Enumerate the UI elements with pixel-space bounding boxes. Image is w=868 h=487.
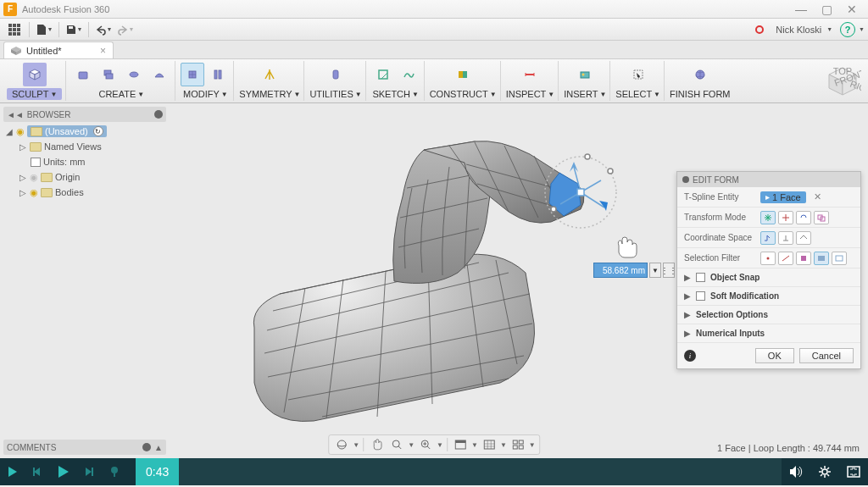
coord-view-icon[interactable] xyxy=(778,231,793,245)
coord-local-icon[interactable] xyxy=(796,231,811,245)
svg-rect-37 xyxy=(818,256,825,261)
ribbon-modify[interactable]: MODIFY▼ xyxy=(177,61,234,101)
dimension-options[interactable]: ⋮⋮ xyxy=(663,263,675,278)
view-cube[interactable]: FRONTRIGHTTOP xyxy=(824,63,861,100)
svg-rect-20 xyxy=(463,71,467,78)
svg-rect-53 xyxy=(848,467,860,477)
big-play-button[interactable] xyxy=(51,458,76,485)
record-button[interactable] xyxy=(749,21,770,38)
lightbulb-icon[interactable]: ◉ xyxy=(16,126,25,137)
ribbon-sketch[interactable]: SKETCH▼ xyxy=(368,61,425,101)
transform-multi-icon[interactable] xyxy=(760,211,776,224)
svg-rect-17 xyxy=(333,70,338,79)
ribbon-create[interactable]: CREATE▼ xyxy=(68,61,175,101)
status-text: 1 Face | Loop Length : 49.744 mm xyxy=(717,443,860,453)
checkbox[interactable] xyxy=(696,291,705,301)
svg-rect-12 xyxy=(106,74,113,79)
lightbulb-icon[interactable]: ◉ xyxy=(30,172,38,183)
undo-button[interactable]: ▼ xyxy=(93,21,114,38)
grid-display-icon[interactable] xyxy=(480,436,498,453)
svg-rect-0 xyxy=(8,24,12,27)
svg-rect-29 xyxy=(577,189,584,196)
svg-point-40 xyxy=(392,440,399,447)
filter-all-icon[interactable] xyxy=(832,252,847,265)
dimension-input[interactable] xyxy=(593,263,648,278)
user-menu[interactable]: Nick Kloski xyxy=(776,25,821,35)
progress-track[interactable] xyxy=(179,458,782,485)
display-style-icon[interactable] xyxy=(451,436,470,453)
save-button[interactable]: ▼ xyxy=(64,21,84,38)
zoom-icon[interactable] xyxy=(387,436,406,453)
ribbon-sculpt[interactable]: SCULPT▼ xyxy=(3,61,66,101)
object-snap-row[interactable]: ▶Object Snap xyxy=(677,268,860,287)
close-tab-icon[interactable]: × xyxy=(100,45,106,57)
entity-chip[interactable]: ▸ 1 Face xyxy=(760,191,806,203)
maximize-button[interactable]: ▢ xyxy=(814,0,839,19)
filter-face-icon[interactable] xyxy=(796,252,811,265)
checkbox[interactable] xyxy=(696,273,705,282)
marker-button[interactable] xyxy=(102,458,127,485)
svg-point-51 xyxy=(111,467,118,473)
fit-icon[interactable] xyxy=(416,436,435,453)
transform-rotate-icon[interactable] xyxy=(796,211,811,224)
redo-button[interactable]: ▼ xyxy=(115,21,136,38)
step-back-button[interactable] xyxy=(25,458,51,485)
filter-edge-icon[interactable] xyxy=(778,252,793,265)
pin-icon[interactable] xyxy=(154,110,163,119)
step-fwd-button[interactable] xyxy=(76,458,102,485)
settings-button[interactable] xyxy=(810,458,839,485)
filter-vertex-icon[interactable] xyxy=(760,252,776,265)
ribbon-inspect[interactable]: INSPECT▼ xyxy=(503,61,559,101)
document-tab[interactable]: Untitled* × xyxy=(3,42,114,58)
viewport-layout-icon[interactable] xyxy=(509,436,527,453)
grid-menu-button[interactable] xyxy=(4,21,25,38)
close-button[interactable]: ✕ xyxy=(839,0,865,19)
dimension-dropdown[interactable]: ▼ xyxy=(649,263,661,278)
selection-options-row[interactable]: ▶Selection Options xyxy=(677,306,860,324)
svg-point-13 xyxy=(130,72,138,77)
edit-form-header[interactable]: EDIT FORM xyxy=(677,172,860,187)
ribbon-insert[interactable]: INSERT▼ xyxy=(560,61,610,101)
new-file-button[interactable]: ▼ xyxy=(34,21,54,38)
ribbon-utilities[interactable]: UTILITIES▼ xyxy=(306,61,365,101)
clear-entity-icon[interactable]: ✕ xyxy=(814,191,821,202)
svg-rect-3 xyxy=(8,28,12,31)
pan-icon[interactable] xyxy=(367,436,386,453)
numerical-inputs-row[interactable]: ▶Numerical Inputs xyxy=(677,324,860,343)
coord-world-icon[interactable] xyxy=(760,231,776,245)
svg-rect-10 xyxy=(79,72,87,79)
svg-rect-48 xyxy=(519,445,523,449)
orbit-icon[interactable] xyxy=(332,436,351,453)
tree-item-named-views[interactable]: ▷ Named Views xyxy=(3,139,166,154)
ribbon-select[interactable]: SELECT▼ xyxy=(612,61,665,101)
ok-button[interactable]: OK xyxy=(755,348,794,363)
volume-button[interactable] xyxy=(782,458,810,485)
comments-panel[interactable]: COMMENTS ▲ xyxy=(3,440,166,455)
viewport[interactable]: ◄◄ BROWSER ◢ ◉ (Unsaved) ↻ ▷ Named Views xyxy=(0,103,868,458)
tree-item-bodies[interactable]: ▷ ◉ Bodies xyxy=(3,185,166,200)
ribbon-construct[interactable]: CONSTRUCT▼ xyxy=(426,61,501,101)
ribbon: SCULPT▼ CREATE▼ MODIFY▼ SYMMETRY▼ UTILIT… xyxy=(0,59,868,103)
info-icon[interactable]: i xyxy=(684,350,696,362)
svg-rect-46 xyxy=(519,440,523,444)
ribbon-symmetry[interactable]: SYMMETRY▼ xyxy=(236,61,304,101)
fullscreen-button[interactable] xyxy=(839,458,868,485)
tree-item-origin[interactable]: ▷ ◉ Origin xyxy=(3,169,166,185)
filter-body-icon[interactable] xyxy=(814,252,829,265)
ribbon-finish-form[interactable]: FINISH FORM xyxy=(666,61,734,101)
cancel-button[interactable]: Cancel xyxy=(799,348,854,363)
expand-icon[interactable]: ◢ xyxy=(5,127,14,136)
pin-icon[interactable] xyxy=(682,176,689,183)
pin-icon[interactable] xyxy=(142,443,151,451)
lightbulb-icon[interactable]: ◉ xyxy=(30,187,38,198)
restore-icon[interactable]: ↻ xyxy=(93,126,103,136)
svg-rect-6 xyxy=(8,32,12,36)
browser-header[interactable]: ◄◄ BROWSER xyxy=(3,107,166,122)
transform-move-icon[interactable] xyxy=(778,211,793,224)
minimize-button[interactable]: — xyxy=(788,0,814,19)
transform-scale-icon[interactable] xyxy=(814,211,829,224)
help-button[interactable]: ? xyxy=(837,21,858,38)
soft-mod-row[interactable]: ▶Soft Modification xyxy=(677,287,860,306)
play-button[interactable] xyxy=(0,458,25,485)
tree-item-units[interactable]: Units: mm xyxy=(3,154,166,169)
